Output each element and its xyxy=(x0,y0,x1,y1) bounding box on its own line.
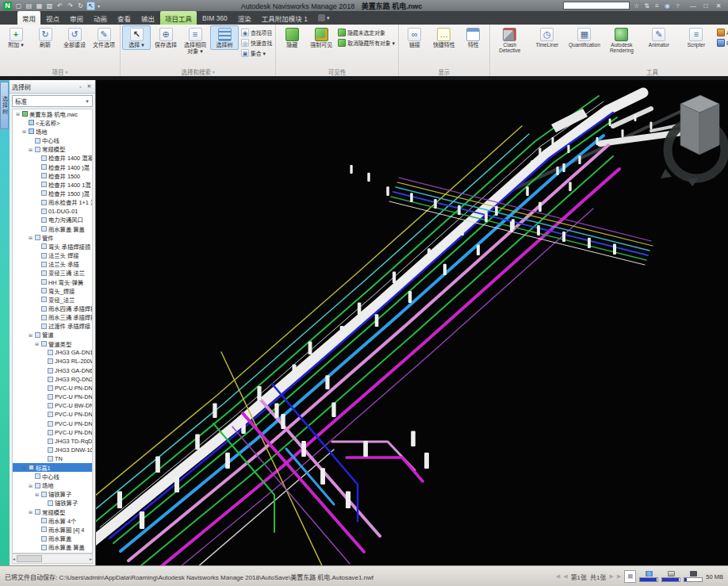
scroll-left-icon[interactable]: ◂ xyxy=(13,556,15,561)
tree-item-selected[interactable]: ⊞标高1 xyxy=(13,463,92,472)
tree-item[interactable]: ⊞锚铁箅子 xyxy=(13,490,92,499)
help-icon[interactable]: ? xyxy=(673,2,682,10)
tree-item[interactable]: JHG3 DNW-10k xyxy=(13,446,92,454)
tab-10[interactable]: 工具附加模块 1 xyxy=(257,11,312,25)
prev-sheet-icon[interactable]: ◀ xyxy=(563,573,567,580)
tab-6[interactable]: 输出 xyxy=(136,11,159,25)
tab-9[interactable]: 渲染 xyxy=(233,11,256,25)
tree-item[interactable]: 01-DUG-01 xyxy=(13,207,92,216)
app-logo-icon[interactable]: N xyxy=(3,2,12,10)
tree-item[interactable]: 检查井 1500 )混 xyxy=(13,189,92,197)
tree-item[interactable]: 检查井 1400 1混 xyxy=(13,180,92,189)
view-cube[interactable] xyxy=(661,95,725,186)
minimize-button[interactable]: — xyxy=(687,1,699,10)
tab-1[interactable]: 常用 xyxy=(17,11,40,25)
selection-tree-vertical-tab[interactable]: 选择树 xyxy=(0,82,9,129)
tree-item[interactable]: PVC-U PN-DN300 xyxy=(13,419,92,427)
tree-item[interactable]: 弯头_焊接 xyxy=(13,286,92,295)
tree-item[interactable]: 雨水箅盖 xyxy=(13,534,92,543)
tree-item[interactable]: ⊞场地 xyxy=(13,127,92,136)
tab-8[interactable]: BIM 360 xyxy=(197,11,232,25)
expand-icon[interactable]: ⊞ xyxy=(34,341,40,347)
redo-icon[interactable]: ↷ xyxy=(66,2,75,10)
expand-icon[interactable]: ⊞ xyxy=(21,465,27,470)
tree-item[interactable]: ⊞场地 xyxy=(13,481,92,490)
animator-button[interactable]: ✎Animator xyxy=(641,25,677,49)
expand-icon[interactable]: ⊞ xyxy=(34,492,40,497)
tree-item[interactable]: TN xyxy=(13,454,92,463)
select-icon[interactable]: ↖ xyxy=(86,2,95,10)
expand-icon[interactable]: ⊞ xyxy=(28,147,33,152)
next-sheet-icon[interactable]: ▶ xyxy=(610,573,614,580)
tab-4[interactable]: 动画 xyxy=(89,11,112,25)
tree-item[interactable]: 变径_法兰 xyxy=(13,295,92,304)
undo-icon[interactable]: ↶ xyxy=(56,2,64,10)
tree-item[interactable]: ⊞管道 xyxy=(13,331,92,339)
panel-close-icon[interactable]: ✕ xyxy=(86,83,93,90)
tree-item[interactable]: ⊞常规模型 xyxy=(13,145,92,154)
print-icon[interactable]: ▧ xyxy=(45,2,54,10)
tree-item[interactable]: 过渡件 承插焊接 xyxy=(13,322,92,331)
sync-icon[interactable]: ⇅ xyxy=(642,2,651,10)
tree-item[interactable]: <无名称> xyxy=(13,118,92,127)
appearance-profiler-button[interactable]: Appearance Profiler xyxy=(717,29,728,36)
group-label-项目[interactable]: 项目▾ xyxy=(2,67,118,76)
save-icon[interactable]: ▦ xyxy=(35,2,44,10)
tab-2[interactable]: 视点 xyxy=(41,11,64,25)
tree-item[interactable]: ⊞美置东路 机电.nwc xyxy=(13,109,92,118)
scripter-button[interactable]: ≡Scripter xyxy=(678,25,715,49)
reset-all-button[interactable]: ↺全部重设 xyxy=(60,25,89,50)
scroll-right-icon[interactable]: ▸ xyxy=(90,556,92,561)
tree-item[interactable]: ⊞管道类型 xyxy=(13,339,92,348)
links-button[interactable]: ∞链接 xyxy=(400,25,429,50)
ribbon-options-button[interactable]: ▾ xyxy=(313,11,335,25)
tree-item[interactable]: 中心线 xyxy=(13,472,92,481)
tree-item[interactable]: 法兰头 承插 xyxy=(13,260,92,269)
pin-icon[interactable]: ▫ xyxy=(77,84,84,90)
save-selection-button[interactable]: ⊕保存选择 xyxy=(151,25,180,50)
append-button[interactable]: +附加 ▾ xyxy=(2,25,30,50)
tree-item[interactable]: 雨水三通 承插焊接 xyxy=(13,313,92,322)
tree-item[interactable]: PVC-U PN-DN250 xyxy=(13,428,92,437)
tree-item[interactable]: 检查井 1500 xyxy=(13,171,92,180)
autodesk-rendering-button[interactable]: Autodesk Rendering xyxy=(603,25,640,56)
refresh-icon[interactable]: ↻ xyxy=(76,2,85,10)
tree-item[interactable]: JHG3 TD-RqDN xyxy=(13,437,92,446)
select-cursor-button[interactable]: ↖选择 ▾ xyxy=(122,25,151,50)
qat-caret-icon[interactable]: ▾ xyxy=(98,3,100,9)
tree-mode-dropdown[interactable]: 标准 ▼ xyxy=(12,95,93,107)
viewport-3d[interactable] xyxy=(96,80,728,565)
tree-item[interactable]: 雨水箅 4个 xyxy=(13,516,92,525)
quick-properties-button[interactable]: …快捷特性 xyxy=(430,25,458,50)
tree-item[interactable]: 雨水箅圈 [4] 4 xyxy=(13,525,92,534)
open-file-icon[interactable]: ▤ xyxy=(25,2,33,10)
tree-item[interactable]: JHG3 GA-DN600 xyxy=(13,366,92,375)
tree-item[interactable]: ⊞管件 xyxy=(13,233,92,242)
tree-item[interactable]: 雨水箅盖 箅盖 xyxy=(13,543,92,552)
apps-icon[interactable]: ≡ xyxy=(653,2,661,10)
new-file-icon[interactable]: ▢ xyxy=(14,2,23,10)
clash-detective-button[interactable]: Clash Detective xyxy=(492,25,528,56)
expand-icon[interactable]: ⊞ xyxy=(28,483,33,488)
scrollbar-thumb[interactable] xyxy=(17,555,42,562)
tab-3[interactable]: 审阅 xyxy=(65,11,88,25)
tree-item[interactable]: 检查井 1400 )混 xyxy=(13,163,92,171)
expand-icon[interactable]: ⊞ xyxy=(28,509,33,515)
tree-item[interactable]: PVC-U BW-DN500 xyxy=(13,401,92,410)
last-sheet-icon[interactable]: ▶ xyxy=(617,573,621,580)
search-input[interactable] xyxy=(563,2,630,10)
tree-item[interactable]: JHG3 RL-200W xyxy=(13,357,92,366)
select-same-button[interactable]: ≡选择相同对象 ▾ xyxy=(181,25,209,56)
expand-icon[interactable]: ⊞ xyxy=(28,235,33,240)
unhide-all-button[interactable]: 取消隐藏所有对象 ▾ xyxy=(338,39,395,47)
properties-button[interactable]: 特性 xyxy=(459,25,488,50)
tree-item[interactable]: 锚铁箅子 xyxy=(13,499,92,507)
tree-item[interactable]: 电力沟通风口 xyxy=(13,216,92,224)
viewport-3d-scene[interactable] xyxy=(96,80,728,565)
close-button[interactable]: ✕ xyxy=(712,1,725,10)
tree-item[interactable]: PVC-U PN-DN400 xyxy=(13,384,92,393)
favorites-icon[interactable]: ☆ xyxy=(632,2,641,10)
tree-item[interactable]: PVC-U PN-DN800 xyxy=(13,410,92,419)
tree-item[interactable]: PVC-U PN-DN600 xyxy=(13,393,92,401)
batch-utility-button[interactable]: Batch Utility xyxy=(717,39,728,47)
